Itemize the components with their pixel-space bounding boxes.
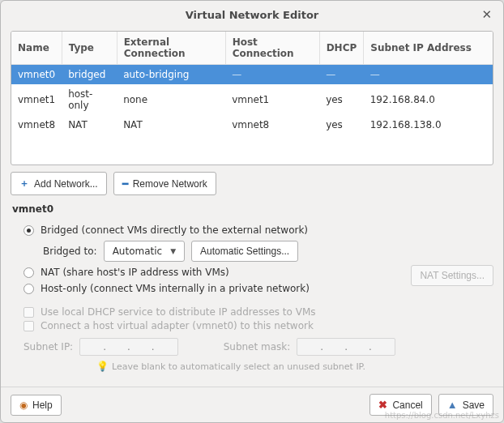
cell-name: vmnet0 <box>11 65 62 85</box>
help-button[interactable]: ◉ Help <box>11 395 62 416</box>
bridged-to-label: Bridged to: <box>43 246 97 257</box>
add-network-label: Add Network... <box>34 178 98 190</box>
window-title: Virtual Network Editor <box>186 9 319 21</box>
cell-dhcp: yes <box>319 115 364 135</box>
col-subnet[interactable]: Subnet IP Address <box>364 32 493 65</box>
save-button[interactable]: ▲ Save <box>438 394 493 416</box>
help-label: Help <box>32 400 53 411</box>
cell-subnet: 192.168.84.0 <box>364 84 493 115</box>
bridged-option[interactable]: Bridged (connect VMs directly to the ext… <box>23 224 490 236</box>
bridged-to-dropdown[interactable]: Automatic ▼ <box>104 241 185 262</box>
subnet-mask-label: Subnet mask: <box>224 341 291 352</box>
cell-host: — <box>225 65 319 85</box>
col-name[interactable]: Name <box>11 32 62 65</box>
cancel-button[interactable]: ✖ Cancel <box>369 394 431 416</box>
nat-settings-label: NAT Settings... <box>420 270 485 281</box>
titlebar: Virtual Network Editor ✕ <box>1 1 503 31</box>
radio-bridged[interactable] <box>23 225 34 236</box>
cell-ext: none <box>117 84 225 115</box>
cancel-icon: ✖ <box>378 399 387 411</box>
ip-octet <box>156 340 174 353</box>
close-icon[interactable]: ✕ <box>481 7 492 22</box>
table-row[interactable]: vmnet0 bridged auto-bridging — — — <box>11 65 493 85</box>
automatic-settings-button[interactable]: Automatic Settings... <box>191 241 298 262</box>
help-icon: ◉ <box>19 400 28 411</box>
cell-type: NAT <box>62 115 117 135</box>
cell-subnet: 192.168.138.0 <box>364 115 493 135</box>
nat-label: NAT (share host's IP address with VMs) <box>41 267 229 278</box>
chevron-down-icon: ▼ <box>170 247 176 255</box>
mask-octet <box>301 340 318 353</box>
save-label: Save <box>463 400 485 411</box>
radio-nat[interactable] <box>23 267 34 278</box>
host-adapter-option: Connect a host virtual adapter (vmnet0) … <box>23 320 490 331</box>
bridged-to-value: Automatic <box>113 246 163 257</box>
automatic-settings-label: Automatic Settings... <box>200 246 289 257</box>
virtual-network-editor-window: Virtual Network Editor ✕ Name Type Exter… <box>0 0 504 423</box>
radio-host-only[interactable] <box>23 284 34 294</box>
selected-network-name: vmnet0 <box>12 203 493 215</box>
table-row[interactable]: vmnet8 NAT NAT vmnet8 yes 192.168.138.0 <box>11 115 493 135</box>
ip-octet <box>132 340 150 353</box>
table-row[interactable]: vmnet1 host-only none vmnet1 yes 192.168… <box>11 84 493 115</box>
remove-network-button[interactable]: ━ Remove Network <box>113 172 216 195</box>
plus-icon: ＋ <box>19 177 29 190</box>
lightbulb-icon: 💡 <box>96 361 109 372</box>
add-network-button[interactable]: ＋ Add Network... <box>11 172 107 195</box>
cell-ext: NAT <box>117 115 225 135</box>
mask-octet <box>325 340 343 353</box>
cell-type: host-only <box>62 84 117 115</box>
ip-octet <box>108 340 126 353</box>
cell-host: vmnet8 <box>225 115 319 135</box>
cell-subnet: — <box>364 65 493 85</box>
remove-network-label: Remove Network <box>133 178 207 190</box>
minus-icon: ━ <box>122 178 128 190</box>
col-host[interactable]: Host Connection <box>225 32 319 65</box>
nat-settings-button: NAT Settings... <box>411 265 493 286</box>
subnet-mask-field: . . . <box>297 338 395 356</box>
dhcp-label: Use local DHCP service to distribute IP … <box>41 306 316 318</box>
cancel-label: Cancel <box>392 400 422 411</box>
cell-name: vmnet1 <box>11 84 62 115</box>
cell-ext: auto-bridging <box>117 65 225 85</box>
col-dhcp[interactable]: DHCP <box>319 32 364 65</box>
hint-text: Leave blank to automatically select an u… <box>112 361 365 372</box>
checkbox-dhcp <box>23 307 34 318</box>
mask-octet <box>374 340 391 353</box>
subnet-ip-field: . . . <box>79 338 177 356</box>
host-only-label: Host-only (connect VMs internally in a p… <box>41 283 310 294</box>
networks-table[interactable]: Name Type External Connection Host Conne… <box>11 31 493 165</box>
cell-dhcp: — <box>319 65 364 85</box>
subnet-ip-label: Subnet IP: <box>23 341 73 352</box>
col-ext[interactable]: External Connection <box>117 32 225 65</box>
host-adapter-label: Connect a host virtual adapter (vmnet0) … <box>41 320 314 331</box>
dhcp-option: Use local DHCP service to distribute IP … <box>23 306 490 318</box>
cell-dhcp: yes <box>319 84 364 115</box>
nat-option[interactable]: NAT (share host's IP address with VMs) N… <box>23 267 490 278</box>
cell-type: bridged <box>62 65 117 85</box>
cell-host: vmnet1 <box>225 84 319 115</box>
ip-octet <box>83 340 101 353</box>
table-header-row: Name Type External Connection Host Conne… <box>11 32 493 65</box>
subnet-hint: 💡 Leave blank to automatically select an… <box>96 361 490 372</box>
bridged-label: Bridged (connect VMs directly to the ext… <box>41 224 308 236</box>
save-icon: ▲ <box>447 399 458 411</box>
col-type[interactable]: Type <box>62 32 117 65</box>
mask-octet <box>349 340 367 353</box>
checkbox-host-adapter <box>23 321 34 331</box>
cell-name: vmnet8 <box>11 115 62 135</box>
